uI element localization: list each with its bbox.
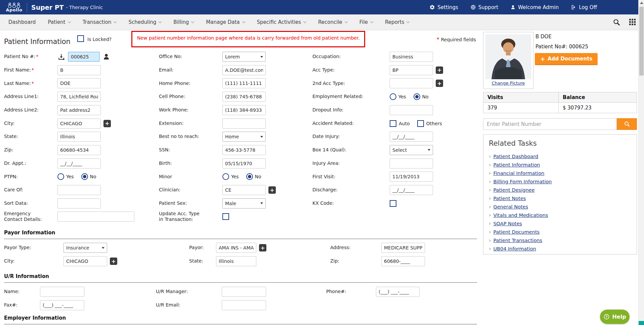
employment-related-radio-no[interactable] <box>414 93 420 100</box>
emergency-contact-details-input[interactable] <box>57 212 134 222</box>
payor-type-select[interactable]: Insurance <box>63 243 107 253</box>
scrollbar-thumb[interactable] <box>639 7 644 76</box>
patient-sex-select[interactable]: Male <box>222 198 266 208</box>
state-input[interactable] <box>57 132 101 142</box>
name-input[interactable] <box>40 287 84 297</box>
address-line1-input[interactable] <box>57 92 101 102</box>
nav-reports[interactable]: Reports <box>385 19 410 25</box>
menu-support[interactable]: Support <box>470 4 498 10</box>
form-row-cell-phone: Cell Phone: <box>159 91 307 102</box>
u-r-email-input[interactable] <box>222 300 266 310</box>
related-task-link-patient-transactions[interactable]: Patient Transactions <box>493 238 542 243</box>
email-input[interactable] <box>222 65 266 75</box>
minor-radio-yes[interactable] <box>222 173 229 180</box>
box-14-qual-select[interactable]: Select <box>390 145 433 155</box>
main-scrollbar[interactable] <box>638 0 644 325</box>
extension-input[interactable] <box>222 119 266 129</box>
patient-number-search-input[interactable] <box>483 118 617 130</box>
related-task-link-financial-information[interactable]: Financial Information <box>493 171 544 176</box>
apps-grid-icon[interactable] <box>629 18 636 27</box>
cell-phone-input[interactable] <box>222 92 266 102</box>
care-of-input[interactable] <box>57 185 101 195</box>
patient-no-input[interactable] <box>68 52 100 62</box>
menu-settings[interactable]: Settings <box>429 4 458 10</box>
address-line2-input[interactable] <box>57 105 101 115</box>
zip-input[interactable] <box>381 256 425 266</box>
related-task-link-patient-notes[interactable]: Patient Notes <box>493 196 526 201</box>
best-no-to-reach-select[interactable]: Home <box>222 132 266 142</box>
related-task-link-patient-documents[interactable]: Patient Documents <box>493 229 540 235</box>
acc-type-input[interactable] <box>390 65 433 75</box>
change-picture-link[interactable]: Change Picture <box>492 81 525 86</box>
phone-input[interactable] <box>376 287 420 297</box>
help-button[interactable]: ? Help <box>600 310 630 324</box>
scrollbar-up-arrow[interactable] <box>640 2 643 4</box>
nav-patient[interactable]: Patient <box>48 19 70 25</box>
city-input[interactable] <box>63 256 107 266</box>
nav-dashboard[interactable]: Dashboard <box>8 19 36 25</box>
address-input[interactable] <box>381 243 425 253</box>
related-task-link-soap-notes[interactable]: SOAP Notes <box>493 221 522 226</box>
2nd-acc-type-input[interactable] <box>390 78 433 88</box>
ptpn-radio-yes[interactable] <box>57 173 64 180</box>
minor-radio-no[interactable] <box>246 173 253 180</box>
state-input[interactable] <box>216 256 256 266</box>
dr-appt-input[interactable] <box>57 158 101 169</box>
plus-icon[interactable]: + <box>268 186 276 194</box>
auto-checkbox[interactable] <box>390 120 396 127</box>
related-task-link-billing-form-information[interactable]: Billing Form Information <box>493 179 552 184</box>
nav-scheduling[interactable]: Scheduling <box>128 19 161 25</box>
injury-area-input[interactable] <box>390 158 433 169</box>
ssn-input[interactable] <box>222 145 266 155</box>
zip-input[interactable] <box>57 145 101 155</box>
first-visit-input[interactable] <box>390 172 433 182</box>
search-icon[interactable] <box>613 18 620 28</box>
fax-input[interactable] <box>40 300 84 310</box>
plus-icon[interactable]: + <box>436 80 443 87</box>
u-r-manager-input[interactable] <box>222 287 266 297</box>
plus-icon[interactable]: + <box>259 244 266 251</box>
payor-input[interactable] <box>216 243 256 253</box>
related-task-link-patient-designee[interactable]: Patient Designee <box>493 187 534 193</box>
menu-welcome-admin[interactable]: Welcome Admin <box>510 4 559 10</box>
date-injury-input[interactable] <box>390 132 433 142</box>
menu-log-off[interactable]: Log Off <box>571 4 597 10</box>
related-task-link-patient-dashboard[interactable]: Patient Dashboard <box>493 154 538 159</box>
last-name-input[interactable] <box>57 78 101 88</box>
nav-reconcile[interactable]: Reconcile <box>318 19 347 25</box>
sort-data-input[interactable] <box>57 198 101 208</box>
brand-divider <box>27 3 27 12</box>
employment-related-radio-yes[interactable] <box>390 93 396 100</box>
birth-input[interactable] <box>222 158 266 169</box>
nav-file[interactable]: File <box>359 19 373 25</box>
related-task-link-general-notes[interactable]: General Notes <box>493 204 528 210</box>
work-phone-input[interactable] <box>222 105 266 115</box>
others-checkbox[interactable] <box>417 120 424 127</box>
nav-transaction[interactable]: Transaction <box>83 19 117 25</box>
update-acc-type-in-transaction-checkbox[interactable] <box>222 213 229 220</box>
nav-billing[interactable]: Billing <box>173 19 194 25</box>
download-icon[interactable] <box>57 53 65 61</box>
patient-search-button[interactable] <box>617 118 637 130</box>
nav-manage-data[interactable]: Manage Data <box>206 19 245 25</box>
add-documents-button[interactable]: +Add Documents <box>535 53 598 65</box>
plus-icon[interactable]: + <box>110 258 117 265</box>
home-phone-input[interactable] <box>222 78 266 88</box>
office-no-select[interactable]: Lorem <box>222 52 266 62</box>
chevron-right-icon: › <box>489 178 491 185</box>
occupation-input[interactable] <box>390 52 433 62</box>
plus-icon[interactable]: + <box>436 66 443 74</box>
city-input[interactable] <box>57 119 101 129</box>
nav-specific-activities[interactable]: Specific Activities <box>257 19 306 25</box>
first-name-input[interactable] <box>57 65 101 75</box>
kx-code-checkbox[interactable] <box>390 200 396 207</box>
plus-icon[interactable]: + <box>103 120 111 127</box>
related-task-link-ub04-information[interactable]: UB04 Information <box>493 246 536 251</box>
discharge-input[interactable] <box>390 185 433 195</box>
clinician-input[interactable] <box>222 185 266 195</box>
ptpn-radio-no[interactable] <box>81 173 88 180</box>
related-task-link-vitals-and-medications[interactable]: Vitals and Medications <box>493 213 548 218</box>
person-icon[interactable] <box>102 53 110 61</box>
related-task-link-patient-information[interactable]: Patient Information <box>493 162 540 168</box>
dropout-info-input[interactable] <box>390 105 433 115</box>
